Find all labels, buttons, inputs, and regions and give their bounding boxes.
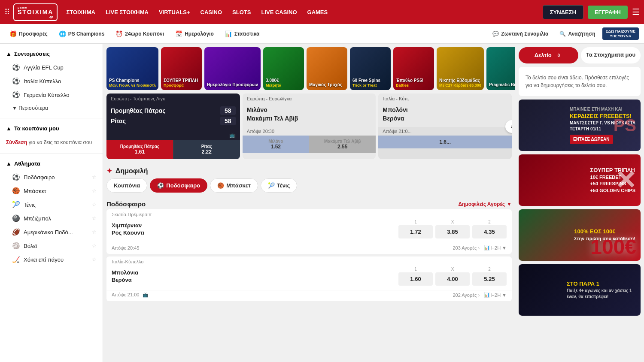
promo-card-freespins[interactable]: 60 Free Spins Trick or Treat [350,47,391,90]
sports-header[interactable]: ▲ Αθλήματα [0,157,103,170]
calendar-nav-item[interactable]: 📅 Ημερολόγιο [171,28,218,40]
betslip-tab-delta[interactable]: Δελτίο 0 [519,47,578,63]
star-icon: ☆ [92,188,97,194]
odd2-button[interactable]: 4.35 [472,225,507,238]
betslip-tab-mybets[interactable]: Τα Στοιχήματά μου [581,47,641,63]
odd-label-1-m2: 1 [414,267,417,272]
odd-col-2-m2: 2 5.25 [472,267,507,286]
football-icon: ⚽ [12,91,20,99]
right-banner-4[interactable]: ΣΤΟ ΠΑΡΑ 1 Παίξε 4+ αγώνες και αν χάσεις… [519,264,641,316]
chat-icon: 💬 [492,31,499,37]
bball-odd1-btn[interactable]: Μιλάνο 1.52 [243,136,309,153]
popular-markets-link[interactable]: Δημοφιλείς Αγορές ▼ [458,201,512,207]
promo-sub: Battles [396,83,431,87]
tab-coupons[interactable]: Κουπόνια [106,178,147,193]
sidebar-item-italy-cup[interactable]: ⚽ Ιταλία Κύπελλο [0,74,103,88]
oddX-button[interactable]: 3.85 [435,225,470,238]
football-section-header: Ποδόσφαιρο Δημοφιλείς Αγορές ▼ [106,197,512,209]
offers-nav-item[interactable]: 🎁 Προσφορές [5,28,52,40]
sidebar-item-football[interactable]: ⚽ Ποδόσφαιρο ☆ [0,170,103,184]
promo-card-wheel[interactable]: Μαγικός Τροχός [307,47,347,90]
bball-odd2-btn[interactable]: Μακάμπι Τελ Αβίβ 2.55 [309,136,376,153]
sidebar-item-basketball[interactable]: 🏀 Μπάσκετ ☆ [0,184,103,198]
shortcuts-header[interactable]: ▲ Συντομεύσεις [0,47,103,60]
promo-title: 60 Free Spins [352,78,388,83]
odd2-button-m2[interactable]: 5.25 [472,272,507,286]
login-button[interactable]: ΣΥΝΔΕΣΗ [543,5,583,19]
star-icon: ☆ [92,243,97,249]
bball-odd1-partial[interactable]: 1.6... [378,136,512,148]
nav-virtuals[interactable]: VIRTUALS+ [159,9,190,15]
banner-greenred-inner: 100% ΕΩΣ 100€ Στην πρώτη σου κατάθεση! 1… [519,209,641,261]
register-button[interactable]: ΕΓΓΡΑΦΗ [588,6,628,19]
odd-team1-button[interactable]: Προμηθέας Πάτρας 1.61 [106,140,173,159]
match-more-markets-2[interactable]: 202 Αγορές › [453,293,480,298]
right-banner-2[interactable]: ΣΟΥΠΕΡ ΤΡΙΠΛΗ 10€ FREEBET +50 FREESPINS … [519,154,641,206]
promo-card-super-triple[interactable]: ΣΟΥΠΕΡ ΤΡΙΠΛΗ Προσφορά [161,47,202,90]
coupon24-nav-item[interactable]: ⏰ 24ωρο Κουπόνι [111,28,168,40]
promo-strip: PS Champions Μαν. Γιουν. vs Νιούκαστλ ΣΟ… [103,44,515,94]
shortcuts-more[interactable]: ▼ Περισσότερα [0,102,103,115]
odd1-button[interactable]: 1.72 [398,225,433,238]
sidebar: ▲ Συντομεύσεις ⚽ Αγγλία EFL Cup ⚽ Ιταλία… [0,44,103,362]
live-league-1: Ευρώπη - Τσάμπιονς Λιγκ [106,94,240,104]
match-h2h-1[interactable]: 📊 H2H ▼ [484,245,507,250]
bball-time-2: Απόψε 20:30 [243,127,376,136]
odd1-button-m2[interactable]: 1.60 [398,272,433,286]
hamburger-icon[interactable]: ☰ [632,7,640,17]
match-more-markets-1[interactable]: 203 Αγορές › [453,245,480,250]
nav-slots[interactable]: SLOTS [232,9,251,15]
tab-tennis[interactable]: 🎾 Τένις [261,178,297,193]
nav-games[interactable]: GAMES [307,9,328,15]
brand-logo[interactable]: pame STOIXIMA .gr [13,3,58,21]
sidebar-item-hockey[interactable]: 🏒 Χόκεϊ επί πάγου ☆ [0,253,103,266]
odd-team2-button[interactable]: Ρίτας 2.22 [173,140,240,159]
sidebar-item-american-football[interactable]: 🏈 Αμερικάνικο Ποδό... ☆ [0,225,103,239]
chevron-right-icon: › [478,245,480,250]
banner-cta-1[interactable]: ΕΝΤΑΣΕ ΔΩΡΕΑΝ [570,135,613,144]
promo-card-pragmatic[interactable]: Pragmatic Buy Bonus [486,47,515,90]
nav-live-stoixima[interactable]: LIVE ΣΤΟΙΧΗΜΑ [106,9,149,15]
odd-col-x-m2: X 4.00 [435,267,470,286]
match-league-2: Ιταλία-Κύπελλο [106,256,512,265]
promo-card-winner[interactable]: Νικητής Εβδομάδας Με C27 Κέρδισε €6.308 [437,47,484,90]
grid-icon[interactable]: ⠿ [4,7,10,17]
sidebar-item-volleyball[interactable]: 🏐 Βόλεϊ ☆ [0,239,103,253]
odd-label-2-m2: 2 [488,267,491,272]
promo-card-cash[interactable]: 3.000€ Μετρητά [263,47,304,90]
match-time-1: Απόψε 20:45 [112,245,139,250]
volleyball-icon: 🏐 [12,242,20,250]
sidebar-item-germany-cup[interactable]: ⚽ Γερμανία Κύπελλο [0,88,103,102]
nav-casino[interactable]: CASINO [200,9,222,15]
responsible-gaming-badge[interactable]: ΕΔΩ ΠΑΙΖΟΥΜΕ ΥΠΕΥΘΥΝΑ [602,27,639,40]
sidebar-item-baseball[interactable]: 🎱 Μπέιζμπολ ☆ [0,211,103,225]
sidebar-item-england-efl[interactable]: ⚽ Αγγλία EFL Cup [0,60,103,74]
live-odds-1: Προμηθέας Πάτρας 1.61 Ρίτας 2.22 [106,140,240,159]
nav-live-casino[interactable]: LIVE CASINO [261,9,297,15]
right-banner-3[interactable]: 100% ΕΩΣ 100€ Στην πρώτη σου κατάθεση! 1… [519,209,641,261]
banner-dark2-inner: ΣΤΟ ΠΑΡΑ 1 Παίξε 4+ αγώνες και αν χάσεις… [519,264,641,316]
my-coupons-header[interactable]: ▲ Τα κουπόνια μου [0,122,103,135]
coupon-login-link[interactable]: Σύνδεση [6,139,27,145]
chart-icon: 📊 [225,30,232,37]
oddX-button-m2[interactable]: 4.00 [435,272,470,286]
tab-basketball[interactable]: 🏀 Μπάσκετ [210,178,258,193]
promo-card-offer[interactable]: Ημερολόγιο Προσφορών [204,47,261,90]
tab-football[interactable]: ⚽ Ποδόσφαιρο [150,178,207,193]
star-icon: ☆ [92,215,97,221]
chat-button[interactable]: 💬 Ζωντανή Συνομιλία [488,28,553,39]
star-icon: ✦ [106,167,112,175]
nav-stoixima[interactable]: ΣΤΟΙΧΗΜΑ [66,9,95,15]
promo-card-ps5[interactable]: Έπαθλο PS5! Battles [393,47,434,90]
promo-card-ps-champions[interactable]: PS Champions Μαν. Γιουν. vs Νιούκαστλ [106,47,158,90]
match-h2h-2[interactable]: 📊 H2H ▼ [484,292,507,298]
promo-title: Pragmatic Buy Bonus [489,82,515,87]
baseball-icon: 🎱 [12,214,20,222]
ps-champions-nav-item[interactable]: 🌐 PS Champions [55,28,109,40]
live-team1-name: Προμηθέας Πάτρας [111,107,166,114]
right-banner-1[interactable]: ΜΠΑΙΝΕΙΣ ΣΤΗ ΜΑΧΗ ΚΑΙ ΚΕΡΔΙΖΕΙΣ FREEBETS… [519,100,641,151]
stats-nav-item[interactable]: 📊 Στατιστικά [221,28,264,40]
search-button[interactable]: 🔍 Αναζήτηση [555,28,599,39]
sidebar-item-tennis[interactable]: 🎾 Τένις ☆ [0,198,103,211]
secondary-navigation: 🎁 Προσφορές 🌐 PS Champions ⏰ 24ωρο Κουπό… [0,24,644,44]
